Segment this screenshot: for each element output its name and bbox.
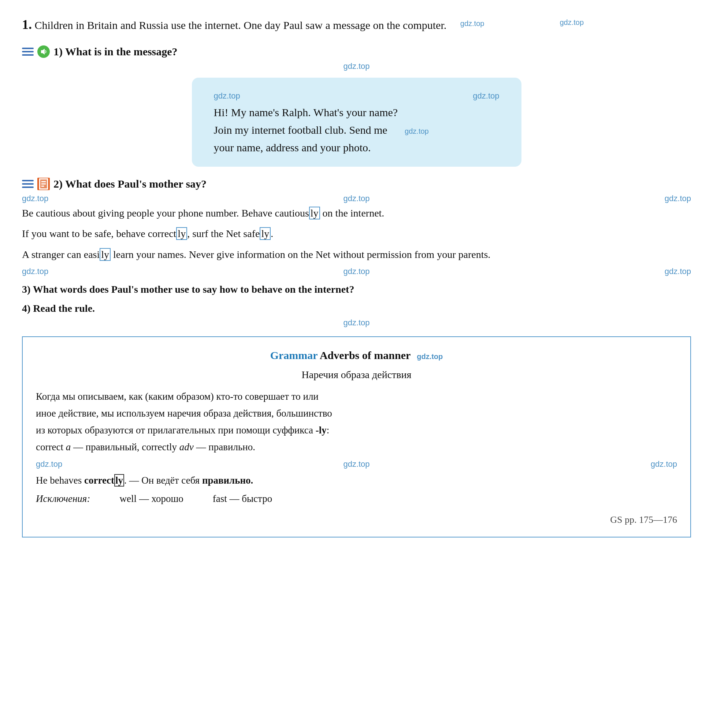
svg-marker-3 <box>41 49 45 55</box>
wm-gram-1: gdz.top <box>36 457 62 471</box>
grammar-line4-start: correct <box>36 441 66 453</box>
example-bold2: правильно. <box>202 475 253 486</box>
gs-ref: GS pp. 175—176 <box>36 512 677 528</box>
svg-rect-2 <box>22 54 34 56</box>
svg-rect-6 <box>22 187 34 188</box>
watermark-bubble-top: gdz.top <box>22 61 691 71</box>
grammar-adv: adv <box>179 441 194 453</box>
grammar-line3: из которых образуются от прилагательных … <box>36 425 313 436</box>
grammar-line1: Когда мы описываем, как (каким образом) … <box>36 391 319 402</box>
task2-label: 2) What does Paul's mother say? <box>54 178 207 190</box>
task2-watermarks-row2: gdz.top gdz.top gdz.top <box>22 267 691 276</box>
para1-text2: on the internet. <box>320 207 385 219</box>
message-line3: your name, address and your photo. <box>214 139 500 157</box>
wm-gram-3: gdz.top <box>651 457 677 471</box>
grammar-line2: иное действие, мы используем наречия обр… <box>36 408 332 419</box>
message-bubble: gdz.top gdz.top Hi! My name's Ralph. Wha… <box>192 78 522 167</box>
highlight-ly-3: ly <box>260 227 271 240</box>
section1: 1. Children in Britain and Russia use th… <box>22 15 691 34</box>
wm-t2-b1: gdz.top <box>22 267 48 276</box>
exceptions-label: Исключения: <box>36 490 90 507</box>
task4-label: 4) Read the rule. <box>22 303 691 314</box>
message-line1: Hi! My name's Ralph. What's your name? <box>214 104 500 121</box>
section-number: 1. <box>22 17 32 32</box>
grammar-subtitle: Наречия образа действия <box>36 366 677 384</box>
highlight-ly-4: ly <box>100 248 110 261</box>
bubble-watermarks: gdz.top gdz.top <box>214 90 500 102</box>
lines-icon-2 <box>22 179 34 189</box>
para3-text1: A stranger can easi <box>22 249 100 260</box>
task3-label: 3) What words does Paul's mother use to … <box>22 284 691 295</box>
section1-text: 1. Children in Britain and Russia use th… <box>22 15 691 34</box>
speaker-icon <box>37 45 50 58</box>
para1-text1: Be cautious about giving people your pho… <box>22 207 309 219</box>
wm-t2-b3: gdz.top <box>665 267 691 276</box>
task2-para1: Be cautious about giving people your pho… <box>22 205 691 222</box>
message-line2: Join my internet football club. Send me … <box>214 121 500 139</box>
watermark-task4: gdz.top <box>22 318 691 327</box>
grammar-line4-end: — правильно. <box>194 441 255 453</box>
task1-header: 1) What is in the message? <box>22 45 691 58</box>
wm-gram-2: gdz.top <box>343 457 370 471</box>
para2-text1: If you want to be safe, behave correct <box>22 228 176 239</box>
task2-para2: If you want to be safe, behave correctly… <box>22 225 691 242</box>
svg-rect-0 <box>22 48 34 49</box>
watermark-bubble-inline: gdz.top <box>405 127 429 135</box>
wm-t2-2: gdz.top <box>343 194 370 203</box>
wm-t2-b2: gdz.top <box>343 267 370 276</box>
wm-t2-3: gdz.top <box>665 194 691 203</box>
grammar-title: Grammar Adverbs of manner gdz.top <box>36 346 677 365</box>
watermark-bubble-left: gdz.top <box>214 90 240 102</box>
grammar-line4-mid: — правильный, correctly <box>71 441 179 453</box>
grammar-watermarks: gdz.top gdz.top gdz.top <box>36 457 677 471</box>
watermark-bubble-right: gdz.top <box>473 90 499 102</box>
task1-label: 1) What is in the message? <box>54 45 178 58</box>
example-bold: correct <box>84 475 114 486</box>
section1-intro: Children in Britain and Russia use the i… <box>35 19 447 31</box>
svg-rect-5 <box>22 183 34 185</box>
grammar-a: a <box>66 441 71 453</box>
grammar-body: Когда мы описываем, как (каким образом) … <box>36 389 677 507</box>
highlight-ly-1: ly <box>309 207 320 220</box>
exceptions-row: Исключения: well — хорошо fast — быстро <box>36 490 677 507</box>
example-ly: ly <box>114 474 124 487</box>
task2-body: gdz.top gdz.top gdz.top Be cautious abou… <box>22 194 691 276</box>
lines-icon <box>22 46 34 57</box>
grammar-box: Grammar Adverbs of manner gdz.top Наречи… <box>22 336 691 538</box>
watermark-grammar-title: gdz.top <box>417 353 443 360</box>
watermark-2: gdz.top <box>560 18 584 26</box>
para3-text2: learn your names. Never give information… <box>110 249 490 260</box>
grammar-suffix: -ly <box>316 425 327 436</box>
svg-rect-1 <box>22 51 34 52</box>
book-icon <box>37 178 50 190</box>
watermark-1: gdz.top <box>460 19 485 27</box>
para2-text2: , surf the Net safe <box>187 228 260 239</box>
example-end: . — Он ведёт себя <box>124 475 202 486</box>
exception-2: fast — быстро <box>213 490 272 507</box>
exception-1: well — хорошо <box>119 490 183 507</box>
task2-para3: A stranger can easily learn your names. … <box>22 246 691 263</box>
example-start: He behaves <box>36 475 84 486</box>
task2-header: 2) What does Paul's mother say? <box>22 178 691 190</box>
svg-rect-4 <box>22 180 34 181</box>
wm-t2-1: gdz.top <box>22 194 48 203</box>
highlight-ly-2: ly <box>176 227 187 240</box>
grammar-title-rest: Adverbs of manner <box>318 349 410 361</box>
grammar-example: He behaves correctly. — Он ведёт себя пр… <box>36 472 677 489</box>
para2-text3: . <box>271 228 273 239</box>
grammar-word: Grammar <box>270 349 318 361</box>
task2-watermarks-row1: gdz.top gdz.top gdz.top <box>22 194 691 203</box>
